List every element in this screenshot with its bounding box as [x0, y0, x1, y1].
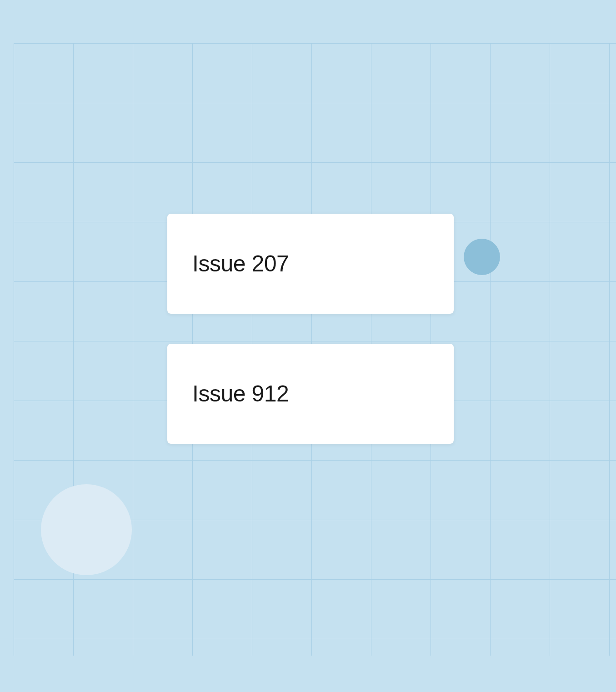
issue-card-2[interactable]: Issue 912 [167, 344, 454, 444]
decorative-circle-large [41, 484, 132, 575]
issue-card-1[interactable]: Issue 207 [167, 214, 454, 314]
issue-card-title: Issue 207 [192, 251, 289, 277]
decorative-circle-small [464, 239, 500, 275]
issue-card-title: Issue 912 [192, 381, 289, 407]
